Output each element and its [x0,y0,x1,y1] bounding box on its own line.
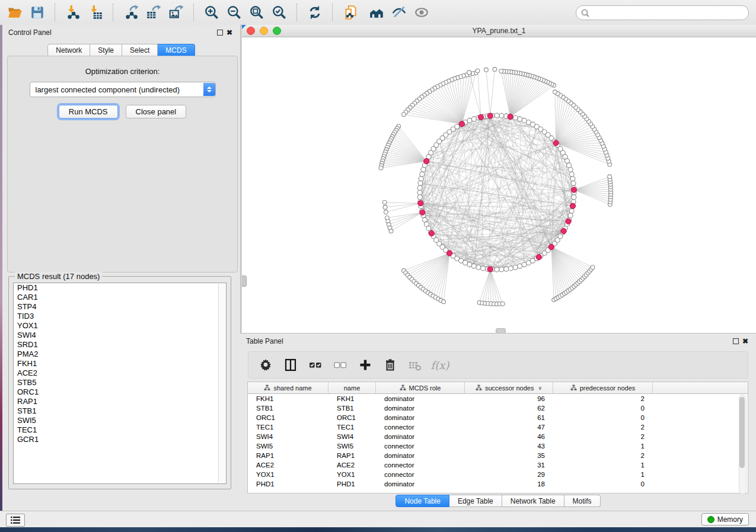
zoom-fit-button[interactable] [245,2,268,23]
export-network-button[interactable] [120,2,142,23]
result-node-item[interactable]: RAP1 [14,397,226,406]
zoom-selected-button[interactable] [268,2,291,23]
result-node-item[interactable]: FKH1 [14,359,226,368]
close-table-panel-icon[interactable]: ✖ [741,336,750,346]
table-row[interactable]: ACE2ACE2connector311 [248,460,748,470]
task-history-button[interactable] [6,514,25,527]
delete-column-button[interactable] [379,354,401,376]
result-node-item[interactable]: STB5 [14,378,226,387]
first-neighbors-button[interactable] [365,2,388,23]
result-node-item[interactable]: PHD1 [14,283,226,293]
hierarchy-icon [476,384,482,391]
network-window-titlebar[interactable]: YPA_prune.txt_1 [242,25,756,37]
tab-node-table[interactable]: Node Table [395,495,449,507]
table-scrollbar-thumb[interactable] [739,397,745,468]
hierarchy-icon [400,384,406,391]
result-node-item[interactable]: STB1 [14,406,226,416]
network-vertical-scrollbar[interactable] [242,275,247,287]
save-session-button[interactable] [26,2,49,23]
result-node-item[interactable]: ACE2 [14,368,226,378]
column-header-shared-name[interactable]: shared name [248,382,328,393]
table-cell: ACE2 [248,460,328,470]
table-row[interactable]: STB1STB1dominator620 [248,403,748,413]
result-node-item[interactable]: SRD1 [14,340,226,350]
show-all-button[interactable] [410,2,433,23]
create-column-button[interactable] [354,354,377,376]
result-node-item[interactable]: TID3 [14,312,226,321]
hide-selected-button[interactable] [388,2,410,23]
result-node-item[interactable]: STP4 [14,302,226,312]
zoom-in-button[interactable] [200,2,223,23]
result-node-item[interactable]: PMA2 [14,350,226,359]
search-icon [581,9,589,17]
table-row[interactable]: SWI4SWI4dominator462 [248,432,748,441]
mcds-result-list[interactable]: PHD1CAR1STP4TID3YOX1SWI4SRD1PMA2FKH1ACE2… [13,283,227,484]
table-cell: ORC1 [248,413,328,422]
export-image-button[interactable] [165,2,187,23]
float-panel-icon[interactable] [215,28,225,37]
close-panel-icon[interactable]: ✖ [225,28,234,37]
table-row[interactable]: TEC1TEC1connector472 [248,422,748,432]
select-all-icon [308,358,323,372]
network-canvas[interactable] [242,37,756,333]
table-cell: PHD1 [248,479,328,489]
table-scrollbar-track[interactable] [739,395,747,494]
control-panel: Control Panel ✖ NetworkStyleSelectMCDS O… [2,25,241,511]
show-column-button[interactable] [279,354,302,376]
tab-motifs[interactable]: Motifs [564,495,601,507]
column-header-successor-nodes[interactable]: successor nodes∨ [465,382,553,393]
run-mcds-button[interactable]: Run MCDS [59,105,118,118]
table-cell: 96 [465,394,553,403]
table-row[interactable]: FKH1FKH1dominator962 [248,394,748,403]
search-input[interactable] [589,8,748,18]
result-node-item[interactable]: ORC1 [14,387,226,397]
zoom-out-button[interactable] [223,2,245,23]
export-table-button[interactable] [142,2,165,23]
result-node-item[interactable]: TEC1 [14,425,226,435]
network-horizontal-scrollbar[interactable] [496,328,506,333]
result-node-item[interactable]: GCR1 [14,435,226,444]
tab-edge-table[interactable]: Edge Table [449,495,502,507]
result-node-item[interactable]: CAR1 [14,293,226,302]
table-row[interactable]: SWI5SWI5connector431 [248,441,748,451]
table-cell: 1 [553,441,653,451]
deselect-all-button[interactable] [329,354,352,376]
table-cell: 0 [553,479,653,489]
memory-button[interactable]: Memory [701,513,749,525]
tab-mcds[interactable]: MCDS [158,44,194,57]
tab-select[interactable]: Select [122,44,158,57]
table-row[interactable]: PHD1PHD1dominator180 [248,479,748,489]
table-row[interactable]: RAP1RAP1dominator352 [248,451,748,460]
open-session-button[interactable] [4,2,26,23]
column-dropdown-icon[interactable]: ∨ [538,385,542,391]
float-table-panel-icon[interactable] [731,336,741,346]
network-graph[interactable] [242,37,756,333]
column-header-predecessor-nodes[interactable]: predecessor nodes [553,382,653,393]
column-header-name[interactable]: name [328,382,376,393]
criterion-select[interactable]: largest connected component (undirected) [30,82,216,97]
table-mode-button[interactable] [254,354,277,376]
table-row[interactable]: YOX1YOX1connector291 [248,470,748,479]
apply-layout-button[interactable] [304,2,326,23]
column-header-MCDS-role[interactable]: MCDS role [376,382,465,393]
table-cell: ACE2 [328,460,376,470]
tab-style[interactable]: Style [90,44,122,57]
table-cell: 2 [553,394,653,403]
clone-network-button[interactable] [339,2,362,23]
tab-network-table[interactable]: Network Table [502,495,564,507]
tab-network[interactable]: Network [47,44,90,57]
result-node-item[interactable]: SWI4 [14,331,226,340]
mcds-tab-content: Optimization criterion: largest connecte… [7,56,238,273]
import-network-button[interactable] [62,2,84,23]
select-all-button[interactable] [304,354,327,376]
import-table-button[interactable] [84,2,107,23]
criterion-selected-value: largest connected component (undirected) [30,85,203,94]
open-session-icon [7,5,23,20]
mcds-result-title: MCDS result (17 nodes) [15,272,102,281]
table-row[interactable]: ORC1ORC1dominator610 [248,413,748,422]
result-node-item[interactable]: SWI5 [14,416,226,425]
close-panel-button[interactable]: Close panel [126,105,187,118]
result-node-item[interactable]: YOX1 [14,321,226,331]
table-cell: TEC1 [248,422,328,432]
result-list-scrollbar[interactable] [218,284,225,483]
